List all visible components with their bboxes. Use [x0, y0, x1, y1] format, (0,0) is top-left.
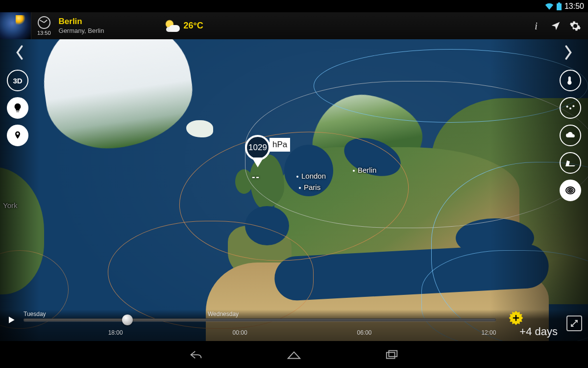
city-label-berlin: Berlin [353, 166, 376, 174]
location-region: Germany, Berlin [59, 27, 104, 34]
svg-rect-11 [389, 350, 397, 356]
prev-button[interactable] [15, 44, 25, 65]
weather-map[interactable]: London Paris Berlin York 1029 - - hPa 3D [0, 39, 588, 341]
app-header: 13:50 Berlin Germany, Berlin 26°C i [0, 12, 588, 39]
clock-icon [38, 16, 50, 29]
locate-button[interactable] [546, 16, 565, 36]
layer-pressure-button[interactable] [560, 180, 581, 201]
pressure-value: 1029 [248, 143, 267, 153]
time-ticks: 18:00 00:00 06:00 12:00 [24, 329, 564, 339]
left-controls: 3D [7, 70, 28, 146]
city-label-paris: Paris [299, 183, 320, 191]
location-city: Berlin [59, 17, 104, 26]
pressure-pin[interactable]: 1029 - - hPa [245, 135, 290, 160]
settings-button[interactable] [565, 16, 585, 36]
tips-button[interactable] [7, 97, 28, 119]
add-location-button[interactable] [7, 125, 28, 146]
current-weather: 26°C [163, 19, 203, 33]
day-label-tue: Tuesday [24, 311, 46, 317]
pressure-unit: hPa [270, 138, 290, 152]
svg-point-8 [569, 189, 572, 191]
location-block[interactable]: Berlin Germany, Berlin [57, 17, 104, 34]
city-label-london: London [296, 172, 326, 180]
layer-clouds-button[interactable] [560, 125, 581, 146]
svg-rect-10 [387, 352, 395, 358]
status-clock: 13:50 [564, 2, 584, 11]
extend-badge-icon[interactable] [508, 310, 524, 326]
sun-cloud-icon [163, 19, 180, 33]
svg-rect-1 [557, 3, 562, 10]
day-label-wed: Wednesday [208, 311, 239, 317]
svg-rect-0 [558, 2, 560, 3]
app-icon[interactable] [0, 12, 31, 39]
next-button[interactable] [563, 44, 573, 65]
current-temperature: 26°C [184, 21, 203, 31]
extend-label[interactable]: +4 days [519, 325, 558, 338]
layer-temperature-button[interactable] [560, 70, 581, 91]
layer-controls [560, 70, 581, 201]
fullscreen-button[interactable] [566, 315, 582, 331]
view-3d-button[interactable]: 3D [7, 70, 28, 91]
android-status-bar: 13:50 [0, 0, 588, 12]
android-nav-bar [0, 341, 588, 368]
local-time-block: 13:50 [31, 16, 57, 36]
info-button[interactable]: i [526, 16, 546, 36]
city-label-york: York [3, 201, 17, 210]
layer-wind-button[interactable] [560, 152, 581, 174]
wifi-icon [545, 3, 554, 10]
svg-text:i: i [535, 21, 538, 31]
back-button[interactable] [186, 345, 206, 365]
timeline: Tuesday Wednesday 18:00 00:00 06:00 12:0… [0, 310, 588, 341]
svg-point-3 [566, 105, 568, 107]
svg-point-7 [568, 188, 573, 192]
battery-icon [557, 2, 562, 10]
local-time: 13:50 [37, 30, 51, 36]
svg-point-4 [569, 107, 571, 109]
time-slider[interactable]: Tuesday Wednesday [24, 318, 496, 321]
home-button[interactable] [284, 345, 304, 365]
recents-button[interactable] [382, 345, 402, 365]
slider-thumb[interactable] [122, 315, 133, 325]
play-button[interactable] [4, 313, 19, 327]
svg-point-5 [572, 105, 574, 107]
layer-precip-button[interactable] [560, 97, 581, 119]
